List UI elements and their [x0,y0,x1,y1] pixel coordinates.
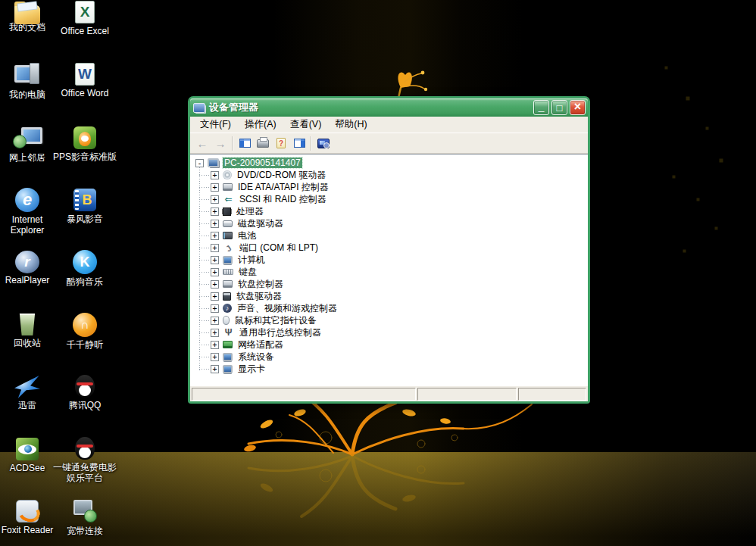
desktop-icon-my-computer[interactable]: 我的电脑 [0,63,59,100]
tree-item-label[interactable]: 系统设备 [236,351,276,363]
floppy-controller-icon [223,280,233,288]
tree-item-label[interactable]: 声音、视频和游戏控制器 [236,302,339,315]
expander-icon[interactable]: + [211,341,219,349]
tree-item-label[interactable]: 通用串行总线控制器 [238,326,323,339]
expander-icon[interactable]: + [211,256,219,264]
desktop-icon-label: RealPlayer [0,275,59,285]
expander-icon[interactable]: + [211,183,219,192]
desktop-icon-label: PPS影音标准版 [53,151,117,162]
menu-item-0[interactable]: 文件(F) [193,117,238,133]
desktop-icon-thunder[interactable]: 迅雷 [0,375,59,410]
desktop-icon-label: 我的电脑 [0,89,59,100]
desktop-icon-realplayer[interactable]: rRealPlayer [0,250,59,285]
minimize-button-icon[interactable] [533,100,549,115]
movie-platform-icon [75,437,95,460]
scan-hardware-button[interactable] [314,135,333,151]
forward-button: → [211,135,230,151]
statusbar-panel [192,388,416,401]
computer-icon [223,256,233,264]
usb-controller-icon: Ψ [223,328,234,338]
tree-item-label[interactable]: 端口 (COM 和 LPT) [238,242,320,254]
qq-icon [75,375,95,398]
expander-icon[interactable]: + [211,268,219,276]
tree-item-label[interactable]: 网络适配器 [236,339,285,351]
tree-item: +DVD/CD-ROM 驱动器 [190,169,588,181]
toolbar-separator [311,136,312,151]
tree-item-label[interactable]: IDE ATA/ATAPI 控制器 [236,181,330,194]
tree-item: +系统设备 [190,351,588,363]
desktop-icon-office-excel[interactable]: XOffice Excel [53,1,117,36]
expander-icon[interactable]: + [211,280,219,289]
tree-item-label[interactable]: 软盘控制器 [236,278,285,291]
desktop: 我的文档我的电脑网上邻居eInternet ExplorerrRealPlaye… [0,0,756,546]
battery-icon [223,232,233,239]
close-button-icon[interactable] [570,100,586,115]
statusbar-panel [518,388,586,401]
tree-item-label[interactable]: 显示卡 [236,363,267,376]
computer-root-icon [208,158,219,167]
tree-item-label[interactable]: PC-200905141407 [223,158,302,168]
expander-icon[interactable]: + [211,304,219,313]
desktop-icon-kugou[interactable]: K酷狗音乐 [53,250,117,287]
expander-icon[interactable]: + [211,317,219,325]
disk-drive-icon [223,220,233,227]
expander-icon[interactable]: + [211,244,219,252]
tree-item-label[interactable]: 键盘 [237,266,258,279]
expander-icon[interactable]: + [211,365,219,373]
print-button[interactable] [254,135,272,151]
maximize-button-icon[interactable] [551,100,567,115]
sound-controller-icon: ♪ [223,304,232,313]
office-excel-icon: X [75,1,95,23]
desktop-icon-label: 网上邻居 [0,152,59,163]
tree-item-label[interactable]: 电池 [236,229,258,242]
ports-icon: J [221,240,236,254]
desktop-icon-label: ACDSee [0,463,59,473]
tree-item: +⇐SCSI 和 RAID 控制器 [190,193,588,205]
show-action-pane-button[interactable] [290,135,308,151]
help-button[interactable]: ? [272,135,290,151]
menu-item-2[interactable]: 查看(V) [283,117,329,133]
desktop-icon-movie-platform[interactable]: 一键通免费电影娱乐平台 [53,437,117,483]
tree-item-label[interactable]: 鼠标和其它指针设备 [233,314,318,327]
recycle-bin-icon [19,314,36,335]
expander-icon[interactable]: + [211,195,219,204]
expander-icon[interactable]: + [211,207,219,216]
desktop-icon-recycle-bin[interactable]: 回收站 [0,313,59,348]
tree-item-label[interactable]: 磁盘驱动器 [236,217,285,230]
tree-item-label[interactable]: 计算机 [236,254,267,267]
window-title: 设备管理器 [209,101,531,114]
desktop-icon-acdsee[interactable]: ACDSee [0,437,59,473]
expander-icon[interactable]: + [211,232,219,240]
desktop-icon-label: 迅雷 [0,400,59,410]
tree-item-label[interactable]: 软盘驱动器 [235,290,283,303]
desktop-icon-ttplayer[interactable]: ∩千千静听 [53,313,117,350]
menu-item-3[interactable]: 帮助(H) [328,117,373,133]
window-controls [531,100,586,115]
show-console-tree-button[interactable] [236,135,254,151]
desktop-icon-pps[interactable]: PPS影音标准版 [53,126,117,162]
desktop-icon-broadband[interactable]: 宽带连接 [53,499,117,536]
back-icon: ← [197,137,208,150]
expander-icon[interactable]: + [211,292,219,301]
expander-icon[interactable]: - [195,159,204,167]
menu-item-1[interactable]: 操作(A) [238,117,283,133]
desktop-icon-network-places[interactable]: 网上邻居 [0,126,59,163]
desktop-icon-office-word[interactable]: WOffice Word [53,63,117,98]
desktop-icon-baofeng[interactable]: B暴风影音 [53,188,117,224]
tree-item: +软盘驱动器 [190,290,588,302]
desktop-icon-my-documents[interactable]: 我的文档 [0,1,59,33]
dvd-drive-icon [223,170,232,179]
expander-icon[interactable]: + [211,220,219,228]
tree-item-label[interactable]: 处理器 [235,205,265,218]
tree-item: +鼠标和其它指针设备 [190,314,588,326]
expander-icon[interactable]: + [211,329,219,337]
window-titlebar[interactable]: 设备管理器 [190,98,588,117]
tree-item-label[interactable]: SCSI 和 RAID 控制器 [238,193,328,206]
expander-icon[interactable]: + [211,353,219,361]
expander-icon[interactable]: + [211,171,219,179]
desktop-icon-foxit-reader[interactable]: Foxit Reader [0,499,59,535]
desktop-icon-internet-explorer[interactable]: eInternet Explorer [0,188,59,236]
display-adapter-icon [223,365,233,373]
desktop-icon-qq[interactable]: 腾讯QQ [53,375,117,410]
tree-item-label[interactable]: DVD/CD-ROM 驱动器 [236,169,327,182]
